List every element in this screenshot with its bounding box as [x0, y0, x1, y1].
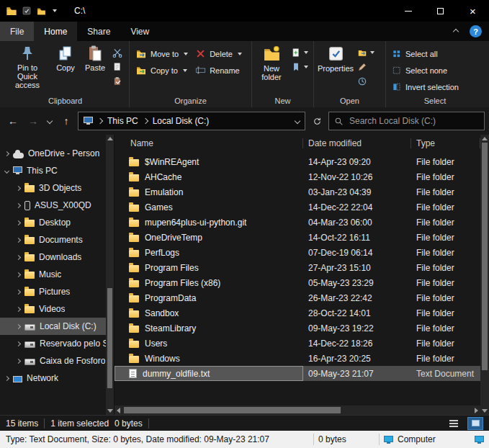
rename-button[interactable]: Rename [192, 63, 245, 78]
sidebar-item-documents[interactable]: Documents [0, 231, 106, 248]
new-item-button[interactable] [290, 46, 310, 58]
scroll-left-icon[interactable] [117, 408, 120, 413]
forward-button[interactable]: → [24, 112, 42, 130]
qat-customize-chevron-icon[interactable] [53, 9, 57, 12]
close-button[interactable]: × [457, 0, 489, 22]
new-folder-button[interactable]: New folder [255, 42, 288, 81]
file-row[interactable]: dummy_oldfile.txt09-May-23 21:07Text Doc… [115, 366, 480, 381]
back-button[interactable]: ← [4, 112, 22, 130]
file-row[interactable]: Sandbox28-Oct-22 14:01File folder [115, 305, 480, 321]
sidebar-item-pictures[interactable]: Pictures [0, 283, 106, 300]
expand-chevron-icon[interactable] [4, 151, 9, 156]
sidebar-item-videos[interactable]: Videos [0, 300, 106, 318]
large-icons-view-button[interactable] [467, 417, 483, 430]
file-row[interactable]: Games14-Dec-22 22:04File folder [115, 200, 480, 215]
qat-new-folder-icon[interactable] [36, 6, 47, 16]
sidebar-item-caixa-de-fosforo[interactable]: Caixa de Fosforo [0, 352, 106, 369]
file-row[interactable]: Windows16-Apr-23 20:25File folder [115, 351, 480, 366]
scroll-down-icon[interactable] [107, 409, 113, 413]
sidebar-item-network[interactable]: Network [0, 369, 106, 387]
sidebar-item-asus-x00qd[interactable]: ASUS_X00QD [0, 197, 106, 214]
file-row[interactable]: Program Files (x86)05-May-23 23:29File f… [115, 275, 480, 290]
pin-to-quick-access-button[interactable]: Pin to Quick access [4, 42, 50, 89]
expand-chevron-icon[interactable] [4, 168, 9, 173]
expand-chevron-icon[interactable] [16, 323, 21, 328]
expand-chevron-icon[interactable] [16, 272, 21, 277]
tab-file[interactable]: File [0, 22, 34, 41]
copy-path-button[interactable] [111, 61, 124, 73]
expand-chevron-icon[interactable] [16, 237, 21, 242]
refresh-button[interactable] [308, 112, 326, 130]
file-row[interactable]: PerfLogs07-Dec-19 06:14File folder [115, 245, 480, 260]
expand-chevron-icon[interactable] [16, 220, 21, 225]
qat-properties-icon[interactable] [22, 6, 32, 16]
file-row[interactable]: SteamLibrary09-May-23 19:22File folder [115, 321, 480, 336]
expand-chevron-icon[interactable] [16, 306, 21, 311]
scroll-up-icon[interactable] [107, 137, 113, 140]
cut-button[interactable] [111, 46, 124, 58]
column-header-name[interactable]: Name [115, 135, 303, 152]
sidebar-item-reservado-pelo-s[interactable]: Reservado pelo S [0, 335, 106, 352]
scrollbar-thumb[interactable] [482, 143, 488, 370]
expand-chevron-icon[interactable] [16, 289, 21, 294]
history-button[interactable] [356, 75, 376, 87]
sidebar-item-music[interactable]: Music [0, 266, 106, 283]
minimize-button[interactable] [392, 0, 424, 22]
expand-chevron-icon[interactable] [4, 375, 9, 380]
expand-chevron-icon[interactable] [16, 185, 21, 190]
up-button[interactable]: ↑ [58, 112, 75, 130]
details-view-button[interactable] [446, 417, 462, 430]
sidebar-item-local-disk-c-[interactable]: Local Disk (C:) [0, 318, 106, 335]
select-all-button[interactable]: Select all [389, 46, 462, 61]
column-header-type[interactable]: Type [411, 135, 480, 152]
open-button[interactable] [356, 46, 376, 58]
scrollbar-thumb[interactable] [107, 288, 112, 388]
paste-shortcut-button[interactable] [111, 75, 124, 87]
sidebar-item-3d-objects[interactable]: 3D Objects [0, 179, 106, 197]
expand-chevron-icon[interactable] [16, 341, 21, 346]
file-row[interactable]: OneDriveTemp14-Oct-22 16:11File folder [115, 230, 480, 245]
sidebar-item-this-pc[interactable]: This PC [0, 162, 106, 179]
breadcrumb-this-pc[interactable]: This PC [107, 116, 138, 126]
column-header-date-modified[interactable]: Date modified [303, 135, 411, 152]
file-row[interactable]: Program Files27-Apr-23 15:10File folder [115, 260, 480, 275]
maximize-button[interactable] [424, 0, 457, 22]
select-none-button[interactable]: Select none [389, 63, 462, 78]
file-row[interactable]: ProgramData26-Mar-23 22:42File folder [115, 290, 480, 305]
sidebar-scrollbar[interactable] [106, 135, 114, 415]
expand-chevron-icon[interactable] [16, 254, 21, 259]
expand-chevron-icon[interactable] [16, 202, 21, 207]
scroll-up-icon[interactable] [482, 137, 488, 140]
file-row[interactable]: mupen64plus-ui-python.git04-Mar-23 06:00… [115, 215, 480, 230]
search-input[interactable] [348, 115, 479, 127]
edit-button[interactable] [356, 61, 376, 73]
copy-button[interactable]: Copy [52, 42, 79, 72]
collapse-ribbon-button[interactable] [447, 22, 465, 41]
copy-to-button[interactable]: Copy to [133, 63, 191, 78]
file-row[interactable]: Emulation03-Jan-23 04:39File folder [115, 184, 480, 200]
file-row[interactable]: AHCache12-Nov-22 10:26File folder [115, 169, 480, 184]
delete-button[interactable]: Delete [192, 46, 245, 61]
sidebar-item-desktop[interactable]: Desktop [0, 214, 106, 231]
breadcrumb[interactable]: This PC Local Disk (C:) [78, 112, 305, 130]
tab-view[interactable]: View [120, 22, 159, 41]
invert-selection-button[interactable]: Invert selection [389, 79, 462, 94]
scroll-right-icon[interactable] [475, 408, 478, 413]
vertical-scrollbar[interactable] [480, 135, 489, 415]
horizontal-scrollbar[interactable] [115, 406, 480, 415]
help-icon[interactable]: ? [470, 25, 482, 37]
file-row[interactable]: Users14-Dec-22 18:26File folder [115, 336, 480, 351]
paste-button[interactable]: Paste [81, 42, 109, 72]
tab-share[interactable]: Share [77, 22, 120, 41]
tab-home[interactable]: Home [34, 22, 77, 41]
sidebar-item-downloads[interactable]: Downloads [0, 248, 106, 266]
breadcrumb-local-disk[interactable]: Local Disk (C:) [153, 116, 210, 126]
file-row[interactable]: $WinREAgent14-Apr-23 09:20File folder [115, 154, 480, 169]
sidebar-item-onedrive-person[interactable]: OneDrive - Person [0, 145, 106, 162]
easy-access-button[interactable] [290, 61, 310, 73]
recent-locations-button[interactable] [45, 112, 55, 130]
scrollbar-thumb[interactable] [124, 407, 341, 413]
move-to-button[interactable]: Move to [133, 46, 191, 61]
scroll-down-icon[interactable] [482, 409, 488, 413]
address-dropdown-chevron-icon[interactable] [295, 118, 300, 124]
